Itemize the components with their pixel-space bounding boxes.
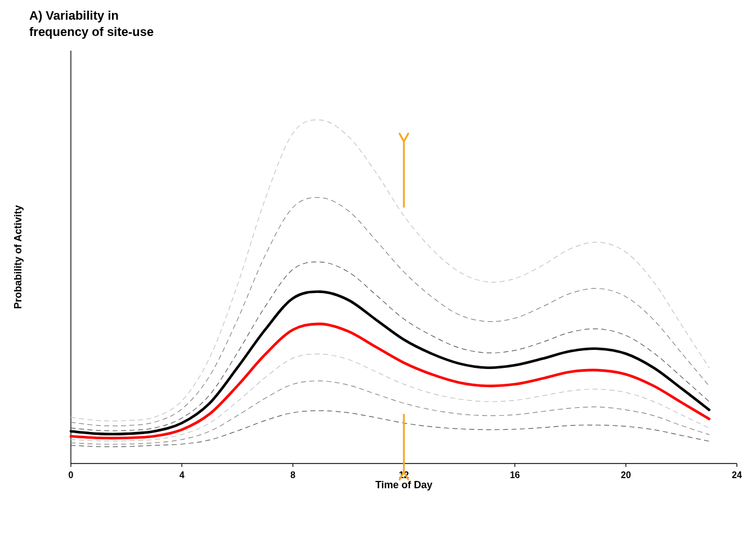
series-dashed_high3: [71, 120, 709, 421]
figure-variability-site-use: A) Variability in frequency of site-use …: [0, 0, 756, 540]
x-axis-label: Time of Day: [375, 479, 433, 490]
series-dashed_high1: [71, 262, 709, 431]
arrow-up-head: [399, 133, 408, 141]
series-solid_red: [71, 324, 709, 438]
x-tick-label: 20: [621, 470, 631, 480]
x-tick-label: 0: [69, 470, 74, 480]
x-tick-label: 24: [732, 470, 742, 480]
series-dashed_high2: [71, 197, 709, 426]
chart-plot: 04812162024Time of DayProbability of Act…: [58, 47, 740, 490]
x-tick-label: 16: [510, 470, 520, 480]
chart-title: A) Variability in frequency of site-use: [29, 8, 154, 40]
x-tick-label: 8: [290, 470, 295, 480]
series-solid_black: [71, 292, 709, 434]
x-tick-label: 4: [179, 470, 184, 480]
y-axis-label: Probability of Activity: [12, 205, 24, 309]
